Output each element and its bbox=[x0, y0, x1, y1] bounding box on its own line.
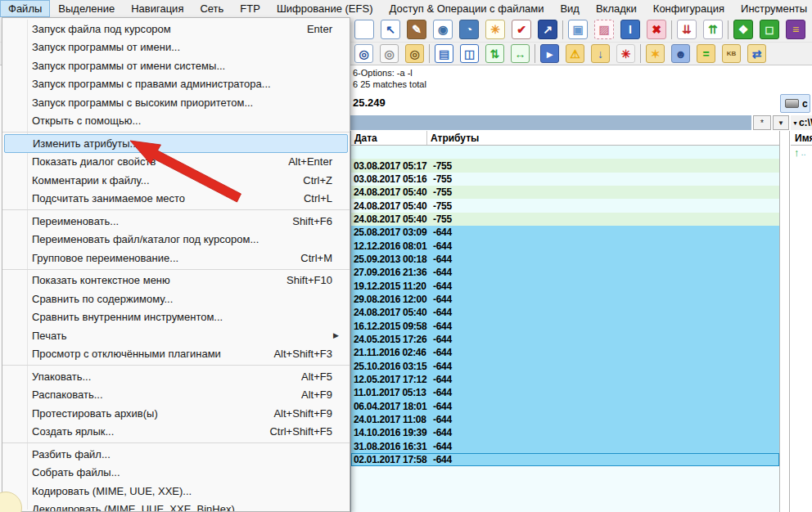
table-row[interactable]: 21.11.2016 02:46 -644 bbox=[351, 346, 779, 359]
search-in-folder-icon[interactable]: ◎ bbox=[405, 44, 424, 63]
select-document-icon[interactable]: ↖ bbox=[381, 20, 400, 39]
menu-item[interactable]: Запуск программы от имени... bbox=[2, 38, 350, 57]
table-row[interactable]: 03.08.2017 05:17 -755 bbox=[351, 159, 779, 172]
checklist-icon[interactable]: ✔ bbox=[512, 20, 531, 39]
test-archive-icon[interactable]: ≡ bbox=[786, 20, 805, 39]
table-row[interactable]: 12.12.2016 08:01 -644 bbox=[351, 239, 779, 252]
unpack-files-icon[interactable]: ◻ bbox=[760, 20, 779, 39]
horizontal-split-icon[interactable]: ▤ bbox=[435, 44, 453, 63]
menubar-item[interactable]: Выделение bbox=[50, 0, 123, 17]
split-file-icon[interactable]: ⇊ bbox=[677, 20, 697, 39]
table-row[interactable]: 24.05.2015 17:26 -644 bbox=[351, 333, 779, 346]
copy-files-icon[interactable]: ▣ bbox=[568, 20, 588, 39]
menu-item[interactable]: Переименовать файл/каталог под курсором.… bbox=[2, 231, 350, 249]
users-folder-icon[interactable]: ☻ bbox=[671, 44, 690, 63]
menubar-item[interactable]: Сеть bbox=[192, 0, 232, 17]
current-path-bar[interactable] bbox=[350, 115, 751, 130]
new-folder-icon[interactable]: ✶ bbox=[646, 44, 665, 63]
menubar-item[interactable]: Конфигурация bbox=[645, 0, 733, 17]
rename-icon[interactable]: I bbox=[620, 20, 640, 39]
menu-item[interactable]: Собрать файлы... bbox=[2, 464, 350, 483]
menu-item[interactable]: Распаковать... Alt+F9 bbox=[2, 386, 350, 405]
table-row[interactable]: 25.09.2013 00:18 -644 bbox=[351, 253, 779, 266]
column-header-date[interactable]: Дата bbox=[351, 131, 427, 145]
menubar-item[interactable]: FTP bbox=[232, 0, 268, 17]
table-row[interactable]: 31.08.2016 16:31 -644 bbox=[351, 440, 779, 453]
menu-item[interactable]: Запуск файла под курсором Enter bbox=[2, 20, 350, 38]
folder-warning-icon[interactable]: ⚠ bbox=[566, 44, 584, 63]
delete-file-icon[interactable]: ✖ bbox=[647, 20, 666, 39]
notes-gear-icon[interactable]: ✳ bbox=[485, 20, 505, 39]
favorites-asterisk-icon[interactable]: ✳ bbox=[616, 44, 635, 63]
menu-item[interactable]: Сравнить внутренним инструментом... bbox=[2, 308, 350, 327]
column-header-name[interactable]: Имя bbox=[791, 131, 812, 146]
table-row[interactable]: 03.08.2017 05:16 -755 bbox=[351, 173, 779, 186]
menu-item[interactable]: Декодировать (MIME, UUE, XXE, BinHex)... bbox=[2, 501, 350, 512]
table-row[interactable]: 24.08.2017 05:40 -755 bbox=[351, 186, 779, 199]
table-row[interactable]: 25.08.2017 03:09 -644 bbox=[351, 226, 779, 239]
menu-item[interactable]: Печать ▶ bbox=[2, 326, 350, 345]
vertical-arrows-icon[interactable]: ⇅ bbox=[485, 44, 504, 63]
combine-files-icon[interactable]: ⇈ bbox=[703, 20, 723, 39]
menu-item[interactable]: Групповое переименование... Ctrl+M bbox=[2, 249, 350, 267]
search-files-icon[interactable]: ◎ bbox=[354, 44, 373, 63]
select-all-button[interactable]: * bbox=[753, 115, 771, 130]
table-row[interactable]: 12.05.2017 17:12 -644 bbox=[351, 373, 779, 386]
table-row[interactable]: 25.10.2016 03:15 -644 bbox=[351, 360, 779, 373]
menubar-item[interactable]: Файлы bbox=[0, 0, 50, 17]
menu-item[interactable]: Просмотр с отключёнными плагинами Alt+Sh… bbox=[2, 345, 350, 364]
history-dropdown-button[interactable]: ▼ bbox=[773, 115, 789, 130]
menu-item[interactable]: Подсчитать занимаемое место Ctrl+L bbox=[2, 190, 350, 209]
menu-item[interactable]: Показать контекстное меню Shift+F10 bbox=[2, 272, 350, 290]
menu-item[interactable]: Комментарии к файлу... Ctrl+Z bbox=[2, 171, 350, 190]
pie-chart-icon[interactable]: ◔ bbox=[459, 20, 479, 39]
panel-scrollbar[interactable] bbox=[779, 131, 790, 512]
table-row[interactable]: 02.01.2017 17:58 -644 bbox=[351, 453, 779, 466]
menu-item[interactable]: Показать диалог свойств Alt+Enter bbox=[2, 153, 350, 172]
menu-item[interactable]: Разбить файл... bbox=[2, 445, 350, 464]
right-panel-path[interactable]: ▼ c:\W bbox=[791, 115, 812, 130]
menu-item[interactable]: Изменить атрибуты... bbox=[4, 134, 348, 153]
table-row[interactable]: 16.12.2015 09:58 -644 bbox=[351, 319, 779, 332]
menubar-item[interactable]: Вид bbox=[552, 0, 588, 17]
table-row[interactable]: 24.08.2017 05:40 -755 bbox=[351, 213, 779, 226]
search-duplicates-icon[interactable]: ◎ bbox=[380, 44, 399, 63]
table-row[interactable]: 19.12.2015 11:20 -644 bbox=[351, 279, 779, 292]
table-row[interactable]: 14.10.2016 19:39 -644 bbox=[351, 426, 779, 439]
folder-open-icon[interactable]: ▸ bbox=[540, 44, 559, 63]
column-header-attributes[interactable]: Атрибуты bbox=[427, 132, 779, 144]
menubar-item[interactable]: Вкладки bbox=[588, 0, 645, 17]
table-row[interactable]: 24.01.2017 11:08 -644 bbox=[351, 413, 779, 426]
move-files-icon[interactable]: ▨ bbox=[594, 20, 614, 39]
blank-document-icon[interactable] bbox=[354, 20, 374, 39]
menu-item[interactable]: Кодировать (MIME, UUE, XXE)... bbox=[2, 482, 350, 501]
table-row[interactable]: 27.09.2016 21:36 -644 bbox=[351, 266, 779, 279]
table-row[interactable] bbox=[351, 146, 779, 159]
pack-files-icon[interactable]: ❖ bbox=[733, 20, 753, 39]
menu-item[interactable]: Открыть с помощью... bbox=[2, 112, 350, 131]
table-row[interactable]: 24.08.2017 05:40 -755 bbox=[351, 199, 779, 212]
drive-button[interactable]: c bbox=[780, 94, 810, 113]
table-row[interactable]: 06.04.2017 18:01 -644 bbox=[351, 400, 779, 413]
menu-item[interactable]: Протестировать архив(ы) Alt+Shift+F9 bbox=[2, 404, 350, 423]
compare-dirs-icon[interactable]: = bbox=[697, 44, 715, 63]
menubar-item[interactable]: Навигация bbox=[123, 0, 192, 17]
dir-sizes-icon[interactable]: KB bbox=[722, 44, 741, 63]
menu-item[interactable]: Запуск программы с правами администратор… bbox=[2, 75, 350, 94]
menu-item[interactable]: Сравнить по содержимому... bbox=[2, 290, 350, 308]
swap-panels-icon[interactable]: ↔ bbox=[511, 44, 530, 63]
folder-download-icon[interactable]: ↓ bbox=[591, 44, 610, 63]
menubar-item[interactable]: Доступ & Операции с файлами bbox=[381, 0, 552, 17]
table-row[interactable]: 24.08.2017 05:40 -644 bbox=[351, 306, 779, 319]
menubar-item[interactable]: Шифрование (EFS) bbox=[268, 0, 381, 17]
quick-view-icon[interactable]: ◫ bbox=[460, 44, 479, 63]
menu-item[interactable]: Переименовать... Shift+F6 bbox=[2, 212, 350, 231]
shortcut-arrow-icon[interactable]: ↗ bbox=[538, 20, 557, 39]
menu-item[interactable]: Создать ярлык... Ctrl+Shift+F5 bbox=[2, 423, 350, 442]
view-file-icon[interactable]: ◉ bbox=[433, 20, 453, 39]
menubar-item[interactable]: Инструменты bbox=[733, 0, 812, 17]
table-row[interactable]: 29.08.2016 12:00 -644 bbox=[351, 293, 779, 306]
clipboard-edit-icon[interactable]: ✎ bbox=[407, 20, 426, 39]
menu-item[interactable]: Упаковать... Alt+F5 bbox=[2, 367, 350, 386]
sync-dirs-icon[interactable]: ⇄ bbox=[747, 44, 766, 63]
